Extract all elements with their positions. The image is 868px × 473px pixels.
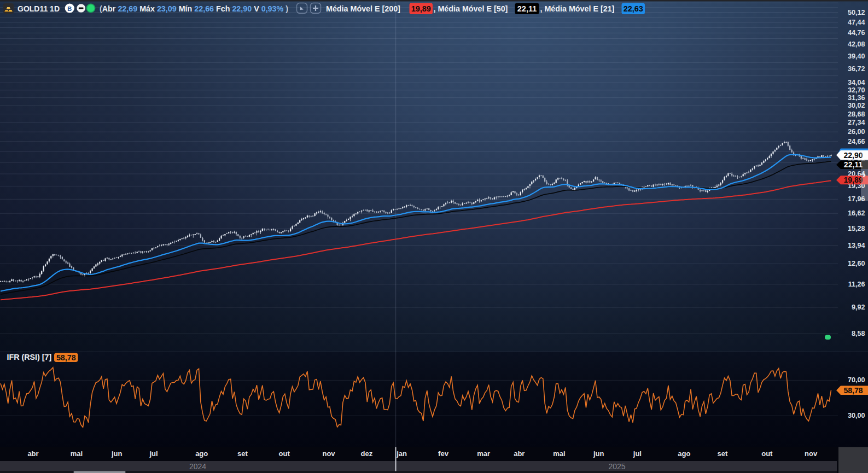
svg-text:fev: fev: [438, 449, 449, 458]
svg-text:32,70: 32,70: [848, 86, 865, 94]
svg-text:jun: jun: [593, 449, 604, 458]
svg-text:abr: abr: [27, 449, 38, 458]
svg-text:2024: 2024: [189, 462, 206, 471]
svg-text:mar: mar: [477, 449, 490, 458]
svg-text:nov: nov: [805, 449, 818, 458]
svg-text:31,36: 31,36: [848, 94, 865, 102]
svg-text:22,63: 22,63: [624, 4, 643, 13]
svg-text:15,28: 15,28: [848, 225, 865, 232]
svg-text:22,11: 22,11: [844, 160, 863, 169]
svg-text:16,62: 16,62: [848, 209, 865, 217]
svg-text:26,00: 26,00: [848, 128, 865, 136]
svg-text:GOLD11 1D: GOLD11 1D: [18, 4, 60, 13]
svg-text:44,76: 44,76: [848, 29, 865, 37]
svg-text:set: set: [718, 449, 728, 458]
svg-text:13,94: 13,94: [848, 242, 865, 249]
svg-text:mai: mai: [553, 449, 565, 458]
svg-text:(Abr 22,69 Máx 23,09 Mín 22,66: (Abr 22,69 Máx 23,09 Mín 22,66 Fch 22,90…: [100, 4, 288, 13]
svg-text:22,11: 22,11: [517, 4, 537, 13]
svg-text:8,58: 8,58: [852, 330, 865, 337]
svg-text:19,89: 19,89: [843, 176, 863, 184]
svg-text:IFR (RSI) [7]: IFR (RSI) [7]: [7, 353, 52, 361]
svg-text:out: out: [279, 449, 290, 458]
svg-text:58,78: 58,78: [843, 386, 863, 395]
svg-text:50,12: 50,12: [848, 9, 865, 16]
svg-text:22,90: 22,90: [843, 151, 863, 160]
svg-text:jun: jun: [111, 449, 123, 458]
svg-text:, Média Móvel E [50]: , Média Móvel E [50]: [434, 4, 508, 13]
svg-text:2025: 2025: [608, 462, 625, 471]
svg-text:11,26: 11,26: [848, 281, 865, 288]
svg-text:36,72: 36,72: [848, 65, 865, 73]
svg-text:dez: dez: [361, 449, 373, 458]
svg-text:Média Móvel E [200]: Média Móvel E [200]: [326, 4, 400, 13]
svg-text:jul: jul: [149, 449, 158, 458]
svg-text:abr: abr: [514, 449, 525, 458]
svg-text:58,78: 58,78: [56, 353, 76, 362]
svg-text:30,02: 30,02: [848, 102, 865, 109]
svg-text:12,60: 12,60: [848, 260, 865, 267]
svg-text:›: ›: [863, 168, 866, 180]
svg-text:27,34: 27,34: [848, 119, 865, 126]
svg-text:ago: ago: [195, 449, 208, 458]
svg-text:30,00: 30,00: [848, 412, 865, 419]
svg-text:out: out: [761, 449, 773, 458]
svg-text:24,66: 24,66: [848, 138, 865, 145]
svg-text:mai: mai: [71, 449, 83, 458]
svg-text:47,44: 47,44: [848, 19, 865, 26]
svg-text:B: B: [67, 5, 72, 12]
svg-text:70,00: 70,00: [848, 376, 865, 384]
svg-text:34,04: 34,04: [848, 79, 865, 86]
svg-text:nov: nov: [322, 449, 335, 458]
svg-text:42,08: 42,08: [848, 40, 865, 48]
svg-text:39,40: 39,40: [848, 52, 865, 60]
svg-text:set: set: [237, 449, 248, 458]
svg-text:jul: jul: [633, 449, 642, 458]
svg-text:jan: jan: [396, 449, 407, 458]
svg-text:9,92: 9,92: [852, 303, 865, 311]
svg-text:28,68: 28,68: [848, 110, 865, 118]
svg-text:, Média Móvel E [21]: , Média Móvel E [21]: [540, 4, 615, 13]
svg-text:19,89: 19,89: [411, 4, 431, 13]
svg-text:ago: ago: [678, 449, 690, 458]
